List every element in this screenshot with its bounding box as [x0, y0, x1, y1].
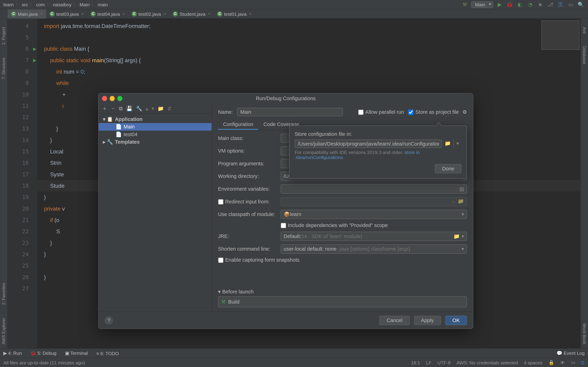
- editor-tabs: CMain.java× Ctest03.java× Ctest04.java× …: [0, 9, 588, 18]
- sidebar-project[interactable]: 1: Project: [1, 27, 6, 45]
- translate-icon[interactable]: 文: [557, 1, 564, 8]
- sidebar-favorites[interactable]: 2: Favorites: [1, 283, 6, 305]
- indent[interactable]: 4 spaces: [524, 360, 543, 365]
- redirect-checkbox[interactable]: [218, 199, 224, 204]
- breadcrumb-item[interactable]: Main: [80, 2, 90, 7]
- before-launch-list[interactable]: ⚒Build: [218, 296, 467, 307]
- dropdown-icon[interactable]: ▾: [453, 140, 461, 148]
- search-icon[interactable]: 🔍: [577, 1, 585, 8]
- sidebar-aws[interactable]: AWS Explorer: [1, 318, 6, 344]
- include-deps-checkbox[interactable]: [281, 223, 286, 228]
- tool-todo[interactable]: ≡ 6: TODO: [96, 351, 119, 356]
- breadcrumb-item[interactable]: com: [36, 2, 45, 7]
- run-gutter-icon[interactable]: ▶: [33, 58, 36, 63]
- jre-field[interactable]: Default (14 - SDK of 'learn' module)📁 ▾: [281, 232, 467, 241]
- tab-main[interactable]: CMain.java×: [8, 9, 46, 18]
- maximize-window-icon[interactable]: [117, 96, 122, 101]
- ok-button[interactable]: OK: [445, 316, 467, 325]
- tree-templates[interactable]: ▸ 🔧 Templates: [99, 138, 212, 146]
- allow-parallel-checkbox[interactable]: [358, 109, 363, 115]
- up-icon[interactable]: ▴: [146, 106, 148, 111]
- add-icon[interactable]: ＋: [102, 105, 107, 112]
- sidebar-database[interactable]: Database: [582, 46, 587, 64]
- save-icon[interactable]: 💾: [126, 106, 132, 111]
- tab-test04[interactable]: Ctest04.java×: [87, 9, 128, 18]
- redirect-field[interactable]: ＋📁: [281, 197, 467, 206]
- tab-configuration[interactable]: Configuration: [218, 120, 259, 130]
- close-icon[interactable]: ×: [81, 11, 84, 16]
- google-icon[interactable]: G: [581, 360, 585, 365]
- sidebar-structure[interactable]: 7: Structure: [1, 58, 6, 80]
- profile-icon[interactable]: ◔: [526, 1, 534, 8]
- done-button[interactable]: Done: [435, 164, 461, 173]
- ide-icon[interactable]: ▭: [567, 1, 575, 8]
- before-launch-header[interactable]: ▾ Before launch: [218, 287, 467, 296]
- run-gutter-icon[interactable]: ▶: [33, 47, 36, 51]
- git-icon[interactable]: ⎇: [546, 1, 554, 8]
- aws-status[interactable]: AWS: No credentials selected: [456, 360, 518, 365]
- debug-icon[interactable]: 🐞: [506, 1, 514, 8]
- browse-icon[interactable]: 📁: [458, 198, 464, 205]
- breadcrumb-item[interactable]: main: [98, 2, 108, 7]
- breadcrumb-item[interactable]: src: [22, 2, 28, 7]
- tab-test03[interactable]: Ctest03.java×: [46, 9, 87, 18]
- lock-icon[interactable]: 🔒: [548, 360, 554, 365]
- line-number: 26: [8, 271, 37, 283]
- memory-icon[interactable]: ▭: [571, 360, 575, 365]
- name-input[interactable]: [237, 108, 343, 116]
- folder-icon[interactable]: 📁: [157, 106, 164, 111]
- env-vars-field[interactable]: ▤: [281, 184, 467, 194]
- close-icon[interactable]: ×: [122, 11, 125, 16]
- cancel-button[interactable]: Cancel: [379, 316, 410, 325]
- store-project-checkbox[interactable]: [408, 109, 414, 115]
- tree-main[interactable]: 📄 Main: [99, 123, 212, 131]
- minimize-window-icon[interactable]: [110, 96, 115, 101]
- sidebar-ant[interactable]: Ant: [582, 27, 587, 33]
- run-icon[interactable]: ▶: [496, 1, 503, 8]
- coverage-icon[interactable]: ◐: [516, 1, 524, 8]
- build-icon[interactable]: ⚒: [461, 1, 469, 8]
- tab-test02[interactable]: Ctest02.java×: [128, 9, 169, 18]
- tab-test01[interactable]: Ctest01.java×: [214, 9, 255, 18]
- capture-checkbox[interactable]: [218, 257, 224, 263]
- allow-parallel-label: Allow parallel run: [365, 109, 404, 115]
- minimap[interactable]: [541, 20, 579, 50]
- browse-icon[interactable]: 📁: [442, 140, 453, 148]
- tool-terminal[interactable]: ▣ Terminal: [65, 350, 88, 356]
- list-icon[interactable]: ▤: [459, 186, 464, 192]
- tool-run[interactable]: ▶ 4: Run: [3, 350, 22, 356]
- run-config-dropdown[interactable]: Main: [471, 1, 493, 8]
- store-path-input[interactable]: [295, 140, 442, 148]
- remove-icon[interactable]: －: [110, 105, 115, 112]
- line-sep[interactable]: LF: [426, 360, 431, 365]
- inspect-icon[interactable]: 👁: [560, 360, 565, 365]
- close-icon[interactable]: ×: [40, 11, 43, 16]
- tree-application[interactable]: ▾ 📋 Application: [99, 115, 212, 123]
- stop-icon[interactable]: ■: [536, 1, 544, 8]
- close-window-icon[interactable]: [102, 96, 107, 101]
- classpath-field[interactable]: 📦 learn▾: [281, 210, 467, 219]
- help-icon[interactable]: ?: [104, 316, 113, 324]
- tab-student[interactable]: CStudent.java×: [169, 9, 214, 18]
- collapse-icon[interactable]: ⇵: [167, 106, 172, 111]
- close-icon[interactable]: ×: [249, 11, 251, 16]
- sidebar-wordbook[interactable]: Word Book: [582, 323, 587, 344]
- cursor-pos[interactable]: 18:1: [411, 360, 420, 365]
- tree-test04[interactable]: 📄 test04: [99, 131, 212, 138]
- gear-icon[interactable]: ⚙: [462, 109, 467, 115]
- apply-button[interactable]: Apply: [414, 316, 441, 325]
- encoding[interactable]: UTF-8: [437, 360, 450, 365]
- breadcrumb-item[interactable]: nasaiboy: [53, 2, 72, 7]
- copy-icon[interactable]: ⧉: [119, 106, 123, 111]
- close-icon[interactable]: ×: [208, 11, 210, 16]
- insert-icon[interactable]: ＋: [451, 198, 456, 205]
- tool-event-log[interactable]: 💬 Event Log: [556, 350, 585, 356]
- down-icon[interactable]: ▾: [152, 106, 154, 111]
- shorten-field[interactable]: user-local default: none - java [options…: [281, 244, 467, 254]
- shorten-detail: - java [options] className [args]: [337, 246, 410, 252]
- breadcrumb-item[interactable]: learn: [3, 2, 14, 7]
- browse-icon[interactable]: 📁: [453, 233, 460, 239]
- close-icon[interactable]: ×: [164, 11, 166, 16]
- wrench-icon[interactable]: 🔧: [136, 106, 142, 111]
- tool-debug[interactable]: 🐞 5: Debug: [30, 350, 56, 356]
